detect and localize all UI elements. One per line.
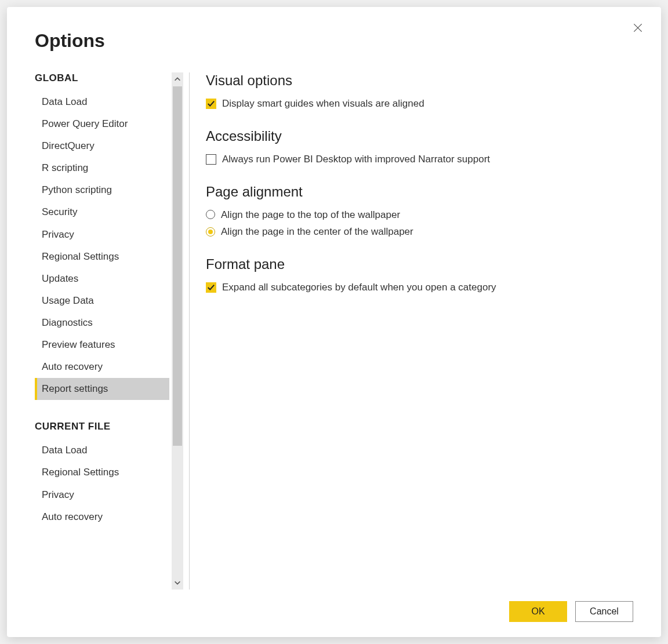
group-title-page-alignment: Page alignment <box>206 184 633 200</box>
sidebar-item-directquery[interactable]: DirectQuery <box>35 135 169 157</box>
group-accessibility: Accessibility Always run Power BI Deskto… <box>206 128 633 166</box>
sidebar-scrollbar[interactable] <box>172 72 183 590</box>
sidebar-item-updates[interactable]: Updates <box>35 268 169 290</box>
sidebar-item-cf-data-load[interactable]: Data Load <box>35 439 169 461</box>
sidebar-item-data-load[interactable]: Data Load <box>35 91 169 113</box>
check-icon <box>207 283 215 292</box>
scroll-down-button[interactable] <box>172 576 183 590</box>
group-title-visual-options: Visual options <box>206 72 633 89</box>
sidebar-item-preview-features[interactable]: Preview features <box>35 334 169 356</box>
group-format-pane: Format pane Expand all subcategories by … <box>206 256 633 294</box>
dialog-footer: OK Cancel <box>35 590 633 622</box>
close-button[interactable] <box>632 22 644 34</box>
sidebar-item-report-settings[interactable]: Report settings <box>35 378 169 400</box>
check-icon <box>207 100 215 108</box>
checkbox-narrator[interactable] <box>206 154 216 165</box>
sidebar-item-regional-settings[interactable]: Regional Settings <box>35 246 169 268</box>
content-pane: Visual options Display smart guides when… <box>206 72 633 590</box>
group-visual-options: Visual options Display smart guides when… <box>206 72 633 111</box>
sidebar-item-cf-auto-recovery[interactable]: Auto recovery <box>35 506 169 528</box>
sidebar-item-auto-recovery[interactable]: Auto recovery <box>35 356 169 378</box>
scroll-up-button[interactable] <box>172 72 183 86</box>
radio-align-top[interactable] <box>206 210 215 219</box>
chevron-up-icon <box>173 75 181 83</box>
checkbox-smart-guides[interactable] <box>206 99 216 109</box>
ok-button[interactable]: OK <box>509 601 567 622</box>
scroll-thumb[interactable] <box>173 86 182 446</box>
checkbox-expand-all[interactable] <box>206 282 216 293</box>
sidebar-item-python-scripting[interactable]: Python scripting <box>35 179 169 201</box>
cancel-button[interactable]: Cancel <box>575 601 633 622</box>
close-icon <box>632 22 644 34</box>
sidebar-item-r-scripting[interactable]: R scripting <box>35 157 169 179</box>
label-align-top: Align the page to the top of the wallpap… <box>221 208 400 222</box>
sidebar-item-cf-privacy[interactable]: Privacy <box>35 484 169 506</box>
dialog-title: Options <box>35 30 633 52</box>
vertical-divider <box>189 72 190 590</box>
sidebar-section-current-file: CURRENT FILE <box>35 421 169 432</box>
group-title-accessibility: Accessibility <box>206 128 633 144</box>
sidebar-item-privacy[interactable]: Privacy <box>35 224 169 246</box>
sidebar-item-usage-data[interactable]: Usage Data <box>35 290 169 312</box>
sidebar-section-global: GLOBAL <box>35 72 169 84</box>
sidebar-item-security[interactable]: Security <box>35 201 169 223</box>
label-expand-all: Expand all subcategories by default when… <box>222 281 496 294</box>
options-dialog: Options GLOBAL Data Load Power Query Edi… <box>7 7 661 637</box>
sidebar-item-power-query-editor[interactable]: Power Query Editor <box>35 113 169 135</box>
sidebar-item-diagnostics[interactable]: Diagnostics <box>35 312 169 334</box>
label-align-center: Align the page in the center of the wall… <box>221 225 413 239</box>
label-narrator: Always run Power BI Desktop with improve… <box>222 152 490 166</box>
sidebar: GLOBAL Data Load Power Query Editor Dire… <box>35 72 183 590</box>
group-page-alignment: Page alignment Align the page to the top… <box>206 184 633 239</box>
sidebar-item-cf-regional-settings[interactable]: Regional Settings <box>35 461 169 483</box>
label-smart-guides: Display smart guides when visuals are al… <box>222 97 424 111</box>
group-title-format-pane: Format pane <box>206 256 633 272</box>
chevron-down-icon <box>173 578 181 587</box>
radio-align-center[interactable] <box>206 227 215 237</box>
